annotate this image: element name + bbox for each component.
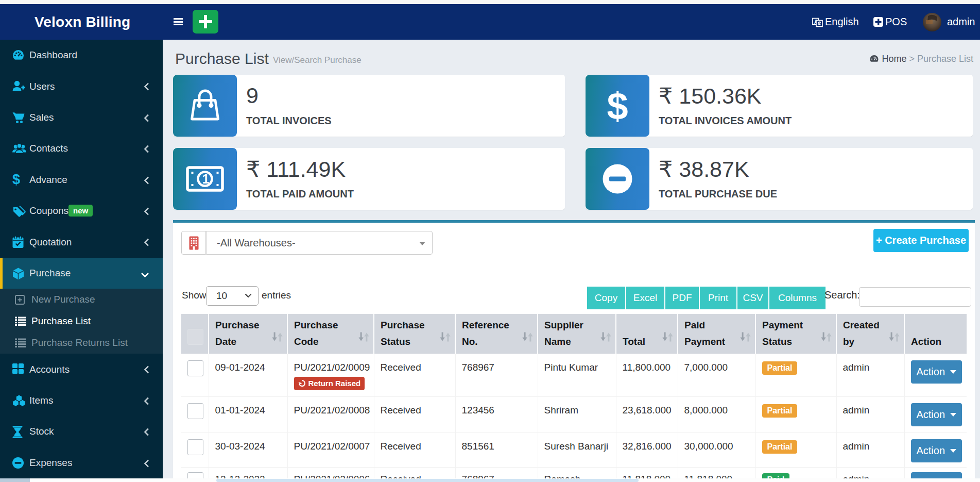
svg-text:1: 1 xyxy=(202,172,210,186)
